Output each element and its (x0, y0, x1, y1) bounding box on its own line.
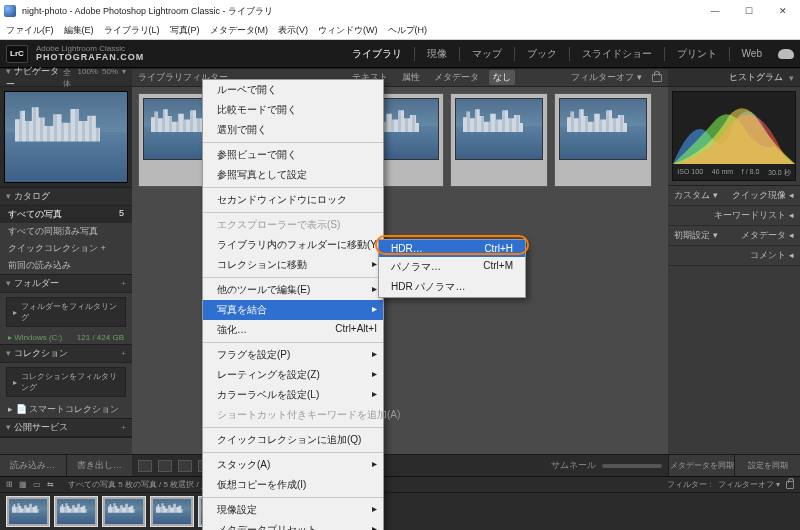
panel-metadata[interactable]: 初期設定 ▾メタデータ ◂ (668, 226, 800, 246)
catalog-list: すべての写真5 すべての同期済み写真 クイックコレクション + 前回の読み込み (0, 206, 132, 274)
module-print[interactable]: プリント (675, 47, 719, 61)
panel-quick-develop[interactable]: カスタム ▾クイック現像 ◂ (668, 186, 800, 206)
ctx-open-compare[interactable]: 比較モードで開く (203, 100, 383, 120)
ctx-set-flag[interactable]: フラグを設定(P)▸ (203, 345, 383, 365)
ctx-photo-merge[interactable]: 写真を結合▸ (203, 300, 383, 320)
strip-filter-label: フィルター : (667, 479, 711, 490)
catalog-synced[interactable]: すべての同期済み写真 (0, 223, 132, 240)
app-icon (4, 5, 16, 17)
folder-drive[interactable]: ▸ Windows (C:)121 / 424 GB (0, 331, 132, 344)
strip-view-3[interactable]: ▭ (33, 480, 41, 489)
folder-filter-button[interactable]: ▸ フォルダーをフィルタリング (6, 297, 126, 327)
menu-view[interactable]: 表示(V) (278, 24, 308, 37)
ctx-enhance[interactable]: 強化…Ctrl+Alt+I (203, 320, 383, 340)
menu-metadata[interactable]: メタデータ(M) (210, 24, 269, 37)
ctx-metadata-preset[interactable]: メタデータプリセット▸ (203, 520, 383, 530)
view-grid-icon[interactable] (138, 460, 152, 472)
window-maximize[interactable]: ☐ (732, 0, 766, 22)
ctx-open-survey[interactable]: 選別で開く (203, 120, 383, 140)
panel-keyword-list[interactable]: キーワードリスト ◂ (668, 206, 800, 226)
thumbnail-size-slider[interactable] (602, 464, 662, 468)
ctx-lock-2nd[interactable]: セカンドウィンドウにロック (203, 190, 383, 210)
export-button[interactable]: 書き出し… (67, 455, 133, 476)
grid-thumb[interactable]: 4 (450, 93, 548, 187)
module-book[interactable]: ブック (525, 47, 559, 61)
brand-text: Adobe Lightroom ClassicPHOTOGRAFAN.COM (36, 45, 144, 62)
catalog-all-photos[interactable]: すべての写真5 (0, 206, 132, 223)
filter-none[interactable]: なし (489, 70, 515, 85)
filter-preset-dropdown[interactable]: フィルターオフ ▾ (567, 70, 646, 85)
ctx-develop-settings[interactable]: 現像設定▸ (203, 500, 383, 520)
menu-file[interactable]: ファイル(F) (6, 24, 54, 37)
ctx-virtual-copy[interactable]: 仮想コピーを作成(I) (203, 475, 383, 495)
catalog-prev-import[interactable]: 前回の読み込み (0, 257, 132, 274)
menu-help[interactable]: ヘルプ(H) (388, 24, 428, 37)
submenu-photo-merge: HDR…Ctrl+H パノラマ…Ctrl+M HDR パノラマ… (378, 239, 526, 298)
window-minimize[interactable]: — (698, 0, 732, 22)
catalog-header[interactable]: ▾ カタログ (0, 188, 132, 206)
ctx-goto-collection[interactable]: コレクションに移動▸ (203, 255, 383, 275)
module-picker-bar: LrC Adobe Lightroom ClassicPHOTOGRAFAN.C… (0, 40, 800, 68)
panel-comment[interactable]: コメント ◂ (668, 246, 800, 266)
filmstrip-thumb[interactable] (150, 496, 194, 527)
import-button[interactable]: 読み込み… (0, 455, 66, 476)
menu-window[interactable]: ウィンドウ(W) (318, 24, 378, 37)
module-map[interactable]: マップ (470, 47, 504, 61)
lrc-badge: LrC (6, 45, 28, 63)
folder-header[interactable]: ▾ フォルダー+ (0, 275, 132, 293)
filmstrip-thumb[interactable] (102, 496, 146, 527)
smart-collection[interactable]: ▸ 📄 スマートコレクション (0, 401, 132, 418)
window-title: night-photo - Adobe Photoshop Lightroom … (22, 5, 273, 18)
collection-filter-button[interactable]: ▸ コレクションをフィルタリング (6, 367, 126, 397)
view-compare-icon[interactable] (178, 460, 192, 472)
strip-view-4[interactable]: ⇆ (47, 480, 54, 489)
catalog-quick[interactable]: クイックコレクション + (0, 240, 132, 257)
view-loupe-icon[interactable] (158, 460, 172, 472)
sync-metadata-button[interactable]: メタデータを同期 (668, 455, 734, 476)
strip-filter-preset[interactable]: フィルターオフ ▾ (718, 479, 780, 490)
sync-settings-button[interactable]: 設定を同期 (734, 455, 800, 476)
ctx-set-rating[interactable]: レーティングを設定(Z)▸ (203, 365, 383, 385)
histogram-header[interactable]: ヒストグラム ▾ (668, 69, 800, 87)
ctx-edit-in[interactable]: 他のツールで編集(E)▸ (203, 280, 383, 300)
module-web[interactable]: Web (740, 48, 764, 59)
cloud-sync-icon[interactable] (778, 49, 794, 59)
thumbnail-label: サムネール (551, 459, 596, 472)
navigator-header[interactable]: ▾ ナビゲーター 全体100%50% ▾ (0, 69, 132, 87)
filter-metadata[interactable]: メタデータ (430, 70, 483, 85)
histogram: ISO 100 46 mm f / 8.0 30.0 秒 (672, 91, 796, 181)
filmstrip-thumb[interactable] (54, 496, 98, 527)
ctx-add-keyword: ショートカット付きキーワードを追加(A) (203, 405, 383, 425)
submenu-hdr[interactable]: HDR…Ctrl+H (379, 240, 525, 257)
menu-photo[interactable]: 写真(P) (170, 24, 200, 37)
submenu-hdr-panorama[interactable]: HDR パノラマ… (379, 277, 525, 297)
ctx-show-explorer: エクスプローラーで表示(S) (203, 215, 383, 235)
submenu-panorama[interactable]: パノラマ…Ctrl+M (379, 257, 525, 277)
filmstrip[interactable]: 5 (0, 493, 800, 530)
collection-header[interactable]: ▾ コレクション+ (0, 345, 132, 363)
context-menu: ルーペで開く 比較モードで開く 選別で開く 参照ビューで開く 参照写真として設定… (202, 79, 384, 530)
window-titlebar: night-photo - Adobe Photoshop Lightroom … (0, 0, 800, 22)
ctx-set-refphoto[interactable]: 参照写真として設定 (203, 165, 383, 185)
ctx-open-loupe[interactable]: ルーペで開く (203, 80, 383, 100)
strip-view-1[interactable]: ⊞ (6, 480, 13, 489)
module-library[interactable]: ライブラリ (350, 47, 404, 61)
publish-header[interactable]: ▾ 公開サービス+ (0, 419, 132, 437)
strip-view-2[interactable]: ▦ (19, 480, 27, 489)
ctx-open-refview[interactable]: 参照ビューで開く (203, 145, 383, 165)
module-develop[interactable]: 現像 (425, 47, 449, 61)
filmstrip-thumb[interactable]: 5 (6, 496, 50, 527)
grid-thumb[interactable]: 5 (554, 93, 652, 187)
ctx-set-color[interactable]: カラーラベルを設定(L)▸ (203, 385, 383, 405)
menu-library[interactable]: ライブラリ(L) (104, 24, 160, 37)
filter-attr[interactable]: 属性 (398, 70, 424, 85)
module-slideshow[interactable]: スライドショー (580, 47, 654, 61)
window-close[interactable]: ✕ (766, 0, 800, 22)
menu-edit[interactable]: 編集(E) (64, 24, 94, 37)
ctx-goto-folder[interactable]: ライブラリ内のフォルダーに移動(Y) (203, 235, 383, 255)
ctx-stack[interactable]: スタック(A)▸ (203, 455, 383, 475)
filter-lock-icon[interactable] (652, 74, 662, 82)
strip-lock-icon[interactable] (786, 481, 794, 489)
ctx-add-quickcollection[interactable]: クイックコレクションに追加(Q) (203, 430, 383, 450)
navigator-preview[interactable] (0, 87, 132, 187)
